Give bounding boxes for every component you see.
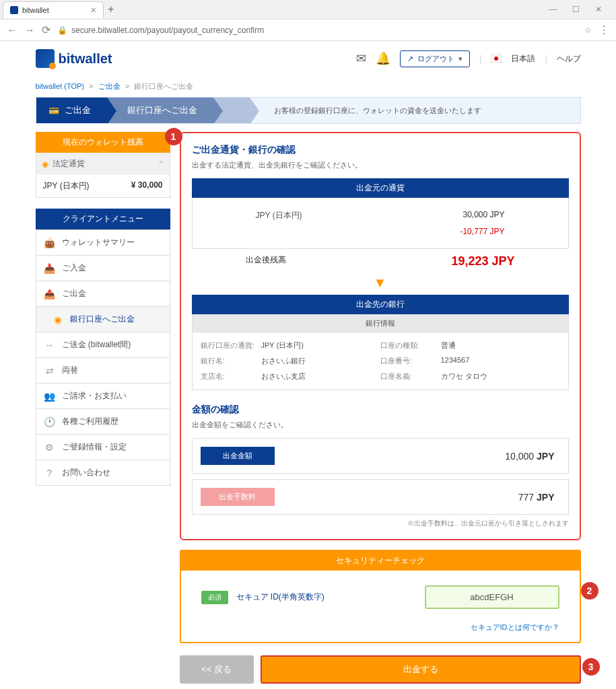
step-bar: 💳 ご出金 銀行口座へご出金 お客様の登録銀行口座に、ウォレットの資金を送金いた… xyxy=(36,97,581,124)
nav-back-icon[interactable]: ← xyxy=(7,24,18,36)
sidebar-item-bank-withdraw[interactable]: ◉銀行口座へご出金 xyxy=(36,307,170,332)
logout-button[interactable]: ↗ ログアウト ▾ xyxy=(400,50,470,67)
breadcrumb-current: 銀行口座へご出金 xyxy=(134,82,193,90)
confirmation-panel: 1 ご出金通貨・銀行の確認 出金する法定通貨、出金先銀行をご確認ください。 出金… xyxy=(180,132,581,540)
coin-icon: ◉ xyxy=(42,159,48,169)
question-icon: ? xyxy=(44,468,55,478)
back-button[interactable]: << 戻る xyxy=(180,655,254,684)
window-maximize[interactable]: ☐ xyxy=(568,5,584,14)
bank-info-header: 銀行情報 xyxy=(192,314,569,332)
transfer-icon: ↔ xyxy=(44,340,55,351)
sidebar-item-transfer[interactable]: ↔ご送金 (bitwallet間) xyxy=(36,332,170,358)
bank-info-grid: 銀行口座の通貨:JPY (日本円) 口座の種類:普通 銀行名:おさいふ銀行 口座… xyxy=(192,332,569,390)
security-panel: 2 セキュリティーチェック 必須 セキュア ID(半角英数字) セキュアIDとは… xyxy=(180,550,581,643)
balance-header: 現在のウォレット残高 xyxy=(36,132,170,153)
billing-icon: 👥 xyxy=(44,391,55,402)
sidebar-item-summary[interactable]: 👜ウォレットサマリー xyxy=(36,229,170,256)
nav-reload-icon[interactable]: ⟳ xyxy=(42,24,50,36)
section-title-amount: 金額の確認 xyxy=(192,404,569,416)
nav-forward-icon[interactable]: → xyxy=(24,24,35,36)
fee-note: ※出金手数料は、出金元口座から引き落としされます xyxy=(192,519,569,528)
bell-icon[interactable]: 🔔 xyxy=(376,51,390,66)
callout-2: 2 xyxy=(581,582,598,600)
withdraw-amount-row: 出金金額 10,000 JPY xyxy=(192,438,569,474)
site-header: bitwallet ✉ 🔔 ↗ ログアウト ▾ | 日本語 | ヘルプ xyxy=(36,41,581,76)
section-desc-currency: 出金する法定通貨、出金先銀行をご確認ください。 xyxy=(192,160,569,170)
breadcrumb-home[interactable]: bitwallet (TOP) xyxy=(36,82,85,90)
bookmark-star-icon[interactable]: ☆ xyxy=(584,26,592,35)
logout-icon: ↗ xyxy=(407,55,413,63)
withdraw-icon: 📤 xyxy=(44,289,55,299)
submit-button[interactable]: 出金する xyxy=(261,655,581,684)
language-selector[interactable]: 日本語 xyxy=(511,53,535,65)
secure-id-input[interactable] xyxy=(425,585,559,609)
required-badge: 必須 xyxy=(201,591,228,604)
client-menu-header: クライアントメニュー xyxy=(36,209,170,229)
callout-1: 1 xyxy=(165,128,182,145)
tab-favicon xyxy=(10,6,18,14)
circle-icon: ◉ xyxy=(53,314,63,325)
source-currency-header: 出金元の通貨 xyxy=(192,178,569,198)
flag-jp-icon xyxy=(491,55,502,63)
step-description: お客様の登録銀行口座に、ウォレットの資金を送金いたします xyxy=(250,106,580,116)
secure-id-label: セキュア ID(半角英数字) xyxy=(236,591,324,603)
browser-menu-icon[interactable]: ⋮ xyxy=(598,24,609,36)
balance-row: JPY (日本円) ¥ 30,000 xyxy=(36,175,170,198)
logo[interactable]: bitwallet xyxy=(36,49,112,68)
window-close[interactable]: ✕ xyxy=(590,5,607,14)
wallet-icon: 👜 xyxy=(44,238,55,248)
section-desc-amount: 出金金額をご確認ください。 xyxy=(192,420,569,430)
sidebar-item-deposit[interactable]: 📥ご入金 xyxy=(36,256,170,281)
brand-name: bitwallet xyxy=(59,51,112,67)
dest-bank-header: 出金先の銀行 xyxy=(192,295,569,314)
help-link[interactable]: ヘルプ xyxy=(557,53,581,65)
sidebar-item-exchange[interactable]: ⇄両替 xyxy=(36,358,170,384)
balance-after: 19,223 JPY xyxy=(451,254,514,268)
sidebar-item-contact[interactable]: ?お問い合わせ xyxy=(36,460,170,486)
new-tab-button[interactable]: + xyxy=(108,3,114,15)
fiat-toggle[interactable]: ◉ 法定通貨 ⌃ xyxy=(36,153,170,175)
step-bank: 銀行口座へご出金 xyxy=(107,98,213,123)
sidebar-item-withdraw[interactable]: 📤ご出金 xyxy=(36,281,170,307)
tab-close-icon[interactable]: × xyxy=(91,5,96,15)
secure-id-help-link[interactable]: セキュアIDとは何ですか？ xyxy=(201,622,559,632)
sidebar-item-settings[interactable]: ⚙ご登録情報・設定 xyxy=(36,435,170,460)
logo-icon xyxy=(36,49,55,68)
security-header: セキュリティーチェック xyxy=(181,551,580,571)
browser-tab[interactable]: bitwallet × xyxy=(3,1,104,18)
url-text: secure.bitwallet.com/payout/payout_curre… xyxy=(71,26,264,35)
sidebar-item-history[interactable]: 🕐各種ご利用履歴 xyxy=(36,409,170,435)
breadcrumb: bitwallet (TOP) > ご出金 > 銀行口座へご出金 xyxy=(36,76,581,97)
main-content: 1 ご出金通貨・銀行の確認 出金する法定通貨、出金先銀行をご確認ください。 出金… xyxy=(180,132,581,689)
sidebar-item-billing[interactable]: 👥ご請求・お支払い xyxy=(36,384,170,409)
history-icon: 🕐 xyxy=(44,416,55,427)
arrow-down-icon: ▼ xyxy=(192,275,569,291)
tab-title: bitwallet xyxy=(22,6,49,14)
chevron-down-icon: ▾ xyxy=(458,55,463,63)
logout-label: ログアウト xyxy=(417,54,454,64)
callout-3: 3 xyxy=(582,658,600,676)
browser-chrome: bitwallet × + — ☐ ✕ ← → ⟳ 🔒 secure.bitwa… xyxy=(0,0,616,41)
lock-icon: 🔒 xyxy=(57,26,67,35)
deposit-icon: 📥 xyxy=(44,263,55,274)
breadcrumb-mid[interactable]: ご出金 xyxy=(98,82,121,90)
sidebar: 現在のウォレット残高 ◉ 法定通貨 ⌃ JPY (日本円) ¥ 30,000 ク… xyxy=(36,132,170,486)
source-currency-body: JPY (日本円) 30,000 JPY -10,777 JPY xyxy=(192,198,569,249)
step-withdraw: 💳 ご出金 xyxy=(36,98,107,123)
address-bar[interactable]: 🔒 secure.bitwallet.com/payout/payout_cur… xyxy=(57,26,578,35)
mail-icon[interactable]: ✉ xyxy=(356,51,366,66)
chevron-up-icon: ⌃ xyxy=(158,159,164,169)
exchange-icon: ⇄ xyxy=(44,365,55,376)
window-minimize[interactable]: — xyxy=(545,5,561,14)
wallet-icon: 💳 xyxy=(48,106,59,116)
gear-icon: ⚙ xyxy=(44,442,55,453)
section-title-currency: ご出金通貨・銀行の確認 xyxy=(192,144,569,156)
withdraw-fee-row: 出金手数料 777 JPY xyxy=(192,479,569,515)
